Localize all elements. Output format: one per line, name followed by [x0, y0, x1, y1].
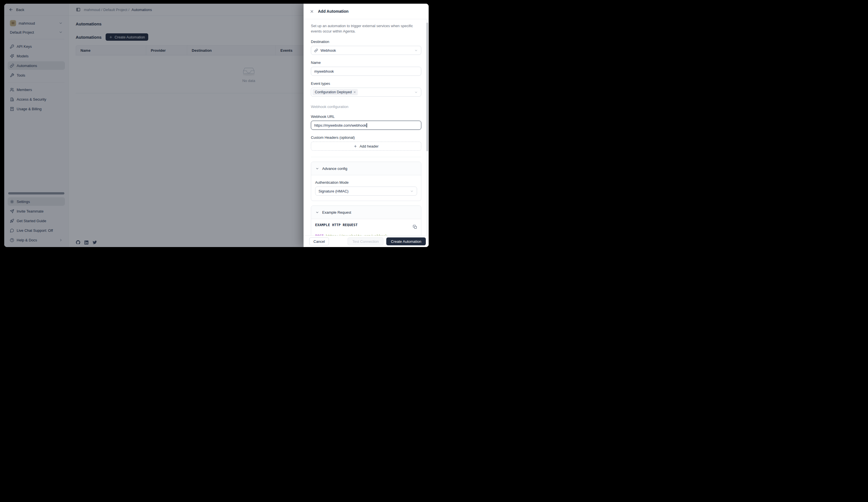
- example-request-title: Example Request: [322, 210, 351, 214]
- event-types-label: Event types: [311, 81, 421, 86]
- authentication-mode-label: Authentication Mode: [315, 180, 417, 184]
- event-type-tag: Configuration Deployed: [312, 89, 358, 95]
- destination-select[interactable]: Webhook: [311, 46, 421, 55]
- create-automation-submit-button[interactable]: Create Automation: [386, 238, 426, 245]
- add-automation-drawer: Add Automation Set up an automation to t…: [303, 4, 428, 247]
- http-method: POST: [315, 234, 323, 235]
- webhook-url-label: Webhook URL: [311, 114, 421, 119]
- drawer-scrollbar[interactable]: [426, 19, 428, 235]
- custom-headers-label: Custom Headers (optional): [311, 135, 421, 140]
- name-input[interactable]: mywebhook: [311, 67, 421, 76]
- example-request-header[interactable]: Example Request: [311, 206, 421, 219]
- authentication-mode-value: Signature (HMAC): [319, 189, 349, 193]
- chevron-down-icon: [414, 49, 418, 52]
- divider: [311, 157, 421, 157]
- chevron-down-icon: [410, 189, 414, 193]
- cancel-button[interactable]: Cancel: [309, 238, 329, 245]
- event-type-tag-label: Configuration Deployed: [315, 90, 352, 94]
- link-icon: [314, 49, 318, 52]
- copy-icon[interactable]: [413, 225, 417, 229]
- http-url: https://mywebsite.com/webhook: [326, 234, 388, 235]
- add-header-button[interactable]: Add header: [311, 142, 421, 151]
- close-icon[interactable]: [310, 9, 314, 13]
- advance-config-title: Advance config: [322, 167, 347, 171]
- drawer-body: Set up an automation to trigger external…: [303, 19, 428, 235]
- destination-label: Destination: [311, 40, 421, 44]
- destination-value: Webhook: [320, 48, 336, 52]
- test-connection-button[interactable]: Test Connection: [348, 238, 383, 245]
- drawer-footer: Cancel Test Connection Create Automation: [303, 235, 428, 247]
- webhook-configuration-title: Webhook configuration: [311, 104, 421, 109]
- drawer-header: Add Automation: [303, 4, 428, 19]
- chevron-down-icon: [414, 90, 418, 94]
- drawer-description: Set up an automation to trigger external…: [311, 23, 416, 34]
- remove-tag-icon[interactable]: [353, 91, 356, 93]
- drawer-title: Add Automation: [318, 9, 349, 13]
- advance-config-header[interactable]: Advance config: [311, 162, 421, 175]
- text-cursor: [366, 123, 367, 128]
- add-header-label: Add header: [360, 144, 379, 148]
- modal-dim-overlay: [4, 4, 303, 247]
- authentication-mode-select[interactable]: Signature (HMAC): [315, 187, 417, 195]
- example-http-request-caption: EXAMPLE HTTP REQUEST: [315, 223, 358, 227]
- name-label: Name: [311, 60, 421, 65]
- drawer-scrollbar-thumb[interactable]: [426, 23, 428, 151]
- chevron-down-icon: [316, 167, 319, 170]
- advance-config-panel: Advance config Authentication Mode Signa…: [311, 162, 421, 201]
- webhook-url-input[interactable]: https://mywebsite.com/webhook: [311, 121, 421, 130]
- event-types-select[interactable]: Configuration Deployed: [311, 88, 421, 97]
- chevron-down-icon: [316, 211, 319, 214]
- webhook-url-value: https://mywebsite.com/webhook: [314, 123, 366, 128]
- app-window: Back M mahmoud Default Project: [4, 4, 428, 247]
- example-request-line: POST https://mywebsite.com/webhook: [315, 234, 417, 235]
- plus-icon: [353, 144, 357, 148]
- name-value: mywebhook: [314, 69, 334, 73]
- example-request-panel: Example Request EXAMPLE HTTP REQUEST POS…: [311, 205, 421, 235]
